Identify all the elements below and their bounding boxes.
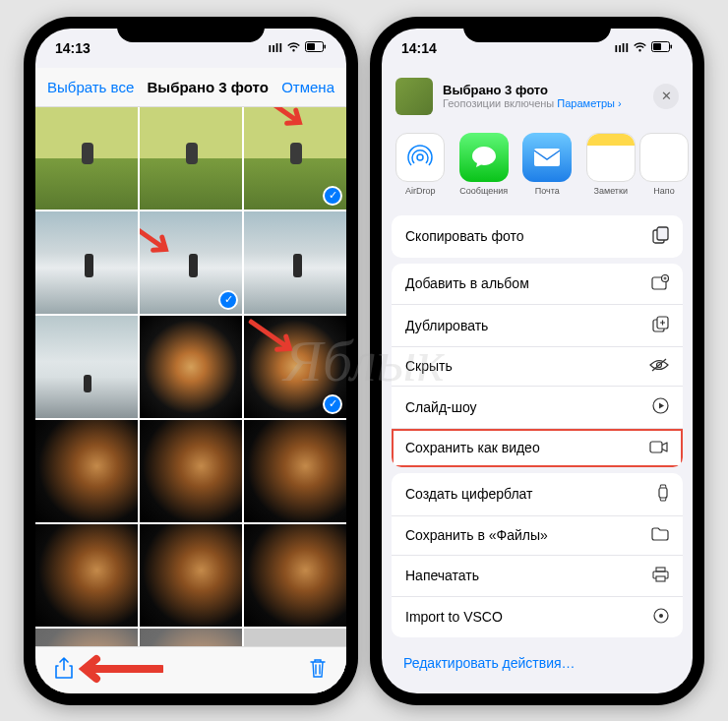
photo-grid: ✓ ✓ ✓	[35, 107, 346, 693]
phone-right: 14:14 ııll Выбрано 3 фото Геопозиции вкл…	[370, 17, 704, 705]
action-save-files[interactable]: Сохранить в «Файлы»	[392, 516, 683, 556]
photo-thumb[interactable]	[244, 420, 346, 522]
action-group-extra: Создать циферблат Сохранить в «Файлы» На…	[392, 473, 683, 637]
action-print[interactable]: Напечатать	[392, 556, 683, 597]
annotation-arrow-icon	[140, 211, 180, 265]
photo-thumb-selected[interactable]: ✓	[244, 107, 346, 210]
trash-icon[interactable]	[309, 658, 327, 683]
svg-point-6	[417, 154, 423, 160]
photo-thumb[interactable]	[244, 524, 346, 627]
action-watchface[interactable]: Создать циферблат	[392, 473, 683, 516]
cancel-button[interactable]: Отмена	[281, 79, 334, 95]
duplicate-icon	[652, 316, 669, 335]
action-label: Добавить в альбом	[405, 275, 529, 291]
status-time: 14:14	[401, 40, 437, 56]
svg-rect-4	[653, 43, 661, 50]
action-save-video[interactable]: Сохранить как видео	[392, 429, 683, 467]
action-import-vsco[interactable]: Import to VSCO	[392, 597, 683, 637]
action-label: Слайд-шоу	[405, 399, 477, 415]
phone-left: 14:13 ııll Выбрать все Выбрано 3 фото От…	[24, 17, 358, 705]
share-icon[interactable]	[55, 657, 73, 684]
nav-title: Выбрано 3 фото	[148, 79, 269, 95]
battery-icon	[305, 40, 327, 55]
notch	[463, 17, 611, 42]
notch	[117, 17, 265, 42]
share-thumb	[395, 78, 433, 115]
app-label: Почта	[535, 186, 560, 196]
action-label: Создать циферблат	[405, 486, 532, 502]
photo-thumb[interactable]	[140, 524, 242, 627]
selected-check-icon: ✓	[323, 186, 342, 206]
svg-point-22	[659, 614, 663, 618]
action-label: Сохранить в «Файлы»	[405, 527, 548, 543]
edit-actions-link[interactable]: Редактировать действия…	[382, 643, 693, 683]
status-icons: ııll	[615, 40, 673, 55]
svg-rect-17	[659, 488, 667, 498]
status-icons: ııll	[269, 40, 327, 55]
photo-thumb[interactable]	[35, 524, 138, 627]
annotation-arrow-icon	[253, 107, 315, 138]
selected-check-icon: ✓	[323, 394, 342, 414]
annotation-arrow-icon	[244, 316, 304, 364]
copy-icon	[652, 226, 669, 247]
vsco-icon	[653, 608, 669, 627]
hide-icon	[649, 358, 669, 375]
print-icon	[652, 567, 669, 585]
folder-icon	[651, 527, 669, 544]
photo-thumb-selected[interactable]: ✓	[140, 211, 242, 314]
action-copy-photo[interactable]: Скопировать фото	[392, 215, 683, 258]
svg-rect-20	[656, 576, 665, 581]
close-icon[interactable]: ✕	[653, 84, 679, 109]
signal-icon: ııll	[615, 40, 629, 55]
mail-icon	[522, 133, 572, 182]
app-more[interactable]: Напо	[649, 133, 679, 196]
signal-icon: ııll	[269, 40, 282, 55]
wifi-icon	[633, 40, 647, 55]
photo-thumb[interactable]	[140, 420, 242, 522]
screen-right: 14:14 ııll Выбрано 3 фото Геопозиции вкл…	[382, 29, 693, 693]
notes-icon	[586, 133, 636, 182]
share-subtitle: Геопозиции включены Параметры ›	[443, 97, 643, 109]
photo-thumb[interactable]	[35, 420, 138, 522]
photo-thumb-selected[interactable]: ✓	[244, 316, 346, 418]
app-notes[interactable]: Заметки	[586, 133, 637, 196]
select-all-button[interactable]: Выбрать все	[47, 79, 134, 95]
share-options-link[interactable]: Параметры ›	[557, 97, 621, 109]
album-add-icon	[651, 274, 669, 293]
action-add-album[interactable]: Добавить в альбом	[392, 264, 683, 305]
photo-thumb[interactable]	[244, 211, 346, 314]
app-label: Заметки	[594, 186, 628, 196]
app-label: Напо	[653, 186, 674, 196]
video-icon	[649, 440, 669, 456]
screen-left: 14:13 ııll Выбрать все Выбрано 3 фото От…	[35, 29, 346, 693]
share-app-row[interactable]: AirDrop Сообщения Почта Заметки	[382, 125, 693, 210]
photo-thumb[interactable]	[35, 211, 138, 314]
svg-rect-5	[671, 45, 673, 49]
navbar: Выбрать все Выбрано 3 фото Отмена	[35, 68, 346, 107]
photo-thumb[interactable]	[140, 316, 242, 418]
action-duplicate[interactable]: Дублировать	[392, 305, 683, 347]
share-title: Выбрано 3 фото	[443, 83, 643, 97]
action-hide[interactable]: Скрыть	[392, 347, 683, 387]
more-icon	[639, 133, 689, 182]
app-label: Сообщения	[459, 186, 508, 196]
photo-thumb[interactable]	[35, 316, 138, 418]
svg-rect-9	[657, 227, 668, 240]
photo-thumb[interactable]	[140, 107, 242, 210]
share-sheet-header: Выбрано 3 фото Геопозиции включены Парам…	[382, 68, 693, 125]
action-label: Скопировать фото	[405, 228, 524, 244]
action-slideshow[interactable]: Слайд-шоу	[392, 387, 683, 429]
share-title-box: Выбрано 3 фото Геопозиции включены Парам…	[443, 83, 643, 109]
svg-rect-16	[650, 442, 662, 452]
app-messages[interactable]: Сообщения	[459, 133, 510, 196]
battery-icon	[651, 40, 673, 55]
app-airdrop[interactable]: AirDrop	[395, 133, 446, 196]
svg-rect-1	[307, 43, 315, 50]
photo-thumb[interactable]	[35, 107, 138, 210]
action-label: Скрыть	[405, 358, 453, 374]
action-label: Дублировать	[405, 318, 488, 333]
status-time: 14:13	[55, 40, 91, 56]
action-group-main: Добавить в альбом Дублировать Скрыть Сла…	[392, 264, 683, 467]
app-mail[interactable]: Почта	[522, 133, 573, 196]
messages-icon	[459, 133, 509, 182]
